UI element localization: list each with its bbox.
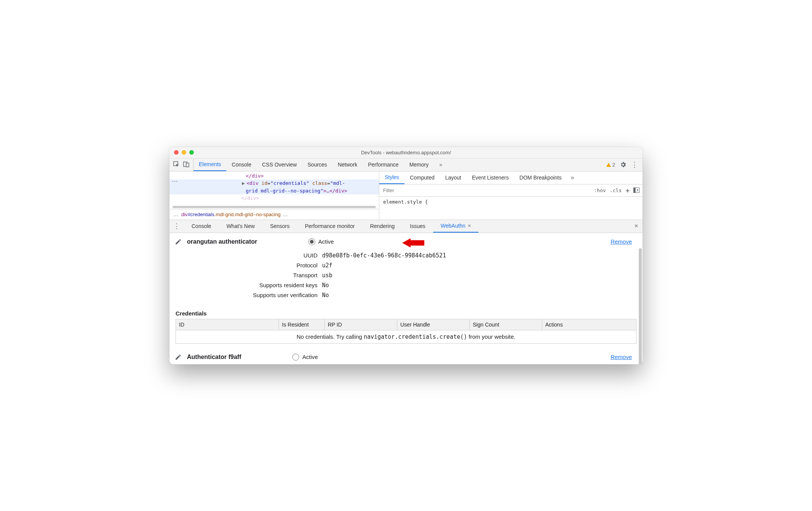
styles-filter-row: :hov .cls +: [379, 184, 643, 197]
prop-value: u2f: [322, 262, 332, 269]
device-toggle-icon[interactable]: [183, 161, 189, 168]
prop-label: Supports user verification: [169, 292, 322, 298]
drawer-tab-rendering[interactable]: Rendering: [362, 220, 403, 233]
prop-label: UUID: [169, 252, 322, 259]
drawer-tabstrip: ⋮ Console What's New Sensors Performance…: [169, 220, 643, 233]
credentials-empty-state: No credentials. Try calling navigator.cr…: [176, 330, 636, 343]
active-radio[interactable]: [292, 354, 299, 361]
svg-rect-2: [186, 163, 189, 167]
col-actions[interactable]: Actions: [542, 319, 636, 330]
col-is-resident[interactable]: Is Resident: [279, 319, 325, 330]
main-tabs: Elements Console CSS Overview Sources Ne…: [193, 158, 602, 171]
remove-link[interactable]: Remove: [611, 238, 632, 245]
drawer-tab-console[interactable]: Console: [184, 220, 219, 233]
hov-toggle[interactable]: :hov: [594, 188, 606, 193]
active-radio[interactable]: [308, 238, 315, 245]
expand-arrow-icon[interactable]: ▶: [242, 179, 246, 187]
drawer-tabs: Console What's New Sensors Performance m…: [184, 220, 478, 233]
vertical-scrollbar[interactable]: [639, 248, 642, 361]
col-id[interactable]: ID: [176, 319, 279, 330]
annotation-arrow-icon: [401, 235, 422, 251]
scrollbar-thumb[interactable]: [639, 248, 642, 364]
authenticator-name: Authenticator f9aff: [187, 354, 241, 361]
styles-tab-dom-breakpoints[interactable]: DOM Breakpoints: [514, 171, 567, 184]
col-sign-count[interactable]: Sign Count: [470, 319, 542, 330]
styles-filter-tools: :hov .cls +: [591, 186, 643, 194]
pencil-icon[interactable]: [175, 238, 182, 245]
tab-elements[interactable]: Elements: [193, 158, 226, 171]
remove-link[interactable]: Remove: [611, 354, 632, 360]
prop-row-user-verification: Supports user verification No: [169, 290, 643, 300]
drawer-tab-performance-monitor[interactable]: Performance monitor: [297, 220, 362, 233]
prop-value: d98e08fb-0efc-43e6-968c-99844cab6521: [322, 252, 446, 259]
dom-tree[interactable]: </div> ▶<div id="credentials" class="mdl…: [169, 171, 379, 205]
prop-row-protocol: Protocol u2f: [169, 260, 643, 270]
computed-sidebar-icon[interactable]: [633, 188, 640, 193]
gear-icon[interactable]: [620, 161, 627, 168]
elements-panel: ⋯ </div> ▶<div id="credentials" class="m…: [169, 171, 379, 220]
active-label: Active: [302, 354, 318, 360]
svg-rect-5: [410, 240, 424, 246]
styles-tab-styles[interactable]: Styles: [379, 171, 404, 184]
svg-rect-4: [634, 188, 636, 193]
active-label: Active: [318, 238, 334, 245]
main-toolbar: Elements Console CSS Overview Sources Ne…: [169, 158, 643, 171]
breadcrumb-ellipsis-end[interactable]: …: [283, 212, 288, 217]
authenticator-properties: UUID d98e08fb-0efc-43e6-968c-99844cab652…: [169, 249, 643, 307]
prop-row-uuid: UUID d98e08fb-0efc-43e6-968c-99844cab652…: [169, 251, 643, 260]
tab-network[interactable]: Network: [332, 158, 362, 171]
tab-performance[interactable]: Performance: [362, 158, 404, 171]
breadcrumb[interactable]: … div#credentials.mdl-grid.mdl-grid--no-…: [169, 209, 379, 220]
prop-value: No: [322, 282, 329, 289]
cls-toggle[interactable]: .cls: [610, 188, 622, 193]
styles-panel: Styles Computed Layout Event Listeners D…: [379, 171, 643, 220]
prop-label: Transport: [169, 272, 322, 278]
col-rp-id[interactable]: RP ID: [325, 319, 397, 330]
styles-tab-computed[interactable]: Computed: [404, 171, 440, 184]
toolbar-left-controls: [169, 158, 193, 171]
prop-value: No: [322, 292, 329, 299]
drawer-tab-whatsnew[interactable]: What's New: [219, 220, 262, 233]
more-tabs-icon[interactable]: »: [434, 158, 448, 171]
tab-css-overview[interactable]: CSS Overview: [257, 158, 302, 171]
kebab-icon[interactable]: ⋮: [631, 163, 638, 166]
pencil-icon[interactable]: [175, 354, 182, 361]
prop-label: Supports resident keys: [169, 282, 322, 288]
toolbar-right-controls: 2 ⋮: [602, 158, 643, 171]
prop-row-transport: Transport usb: [169, 270, 643, 280]
collapse-icon[interactable]: ⋯: [172, 178, 179, 185]
col-user-handle[interactable]: User Handle: [397, 319, 470, 330]
breadcrumb-ellipsis[interactable]: …: [173, 212, 179, 217]
tab-sources[interactable]: Sources: [302, 158, 332, 171]
styles-tabs: Styles Computed Layout Event Listeners D…: [379, 171, 643, 184]
horizontal-scrollbar[interactable]: [172, 206, 376, 208]
close-tab-icon[interactable]: ×: [468, 223, 471, 229]
drawer-tab-webauthn[interactable]: WebAuthn ×: [433, 220, 478, 233]
tab-memory[interactable]: Memory: [404, 158, 434, 171]
prop-label: Protocol: [169, 262, 322, 268]
drawer-tab-sensors[interactable]: Sensors: [263, 220, 297, 233]
window-title: DevTools - webauthndemo.appspot.com/: [169, 150, 643, 155]
warnings-badge[interactable]: 2: [606, 162, 615, 168]
styles-filter-input[interactable]: [379, 188, 591, 193]
authenticator-row: Authenticator f9aff Active Remove: [169, 347, 643, 364]
prop-row-resident-keys: Supports resident keys No: [169, 280, 643, 290]
active-radio-group: Active: [308, 238, 334, 245]
webauthn-panel: orangutan authenticator Active Remove UU…: [169, 233, 643, 364]
drawer-kebab-icon[interactable]: ⋮: [169, 222, 184, 230]
styles-tab-layout[interactable]: Layout: [440, 171, 467, 184]
drawer-tab-issues[interactable]: Issues: [402, 220, 433, 233]
dom-line: </div>: [246, 173, 264, 179]
close-drawer-icon[interactable]: ×: [635, 223, 638, 230]
inspect-icon[interactable]: [173, 161, 179, 168]
style-rule[interactable]: element.style {: [379, 197, 643, 207]
drawer-tab-webauthn-label: WebAuthn: [441, 223, 466, 229]
credentials-table-header: ID Is Resident RP ID User Handle Sign Co…: [176, 319, 636, 330]
new-style-rule-icon[interactable]: +: [625, 186, 630, 194]
authenticator-name: orangutan authenticator: [187, 238, 257, 245]
styles-tab-event-listeners[interactable]: Event Listeners: [467, 171, 514, 184]
more-tabs-icon[interactable]: »: [567, 174, 578, 181]
credentials-heading: Credentials: [169, 307, 643, 319]
panels-row: ⋯ </div> ▶<div id="credentials" class="m…: [169, 171, 643, 220]
tab-console[interactable]: Console: [226, 158, 256, 171]
